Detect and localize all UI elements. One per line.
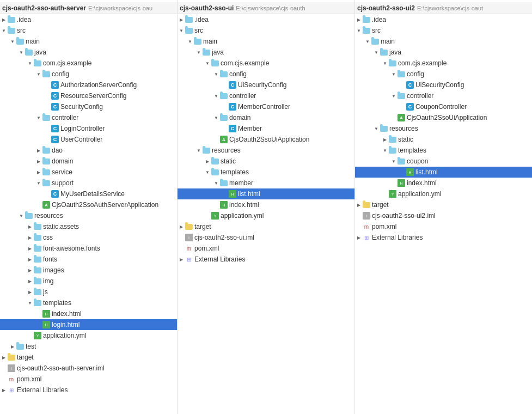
tree-node[interactable]: ▼controller <box>178 90 354 101</box>
tree-node[interactable]: ▼controller <box>355 90 532 101</box>
tree-node-arrow[interactable]: ▼ <box>35 72 42 77</box>
tree-node-arrow[interactable]: ▶ <box>178 257 185 262</box>
tree-node-arrow[interactable]: ▼ <box>390 159 398 164</box>
tree-node[interactable]: ▼config <box>0 69 177 80</box>
tree-node[interactable]: ▶css <box>0 232 177 243</box>
tree-node[interactable]: ▶test <box>0 341 177 352</box>
tree-node[interactable]: ▼main <box>178 36 354 47</box>
tree-node[interactable]: ▼resources <box>178 145 354 156</box>
tree-node-arrow[interactable]: ▼ <box>212 181 220 186</box>
tree-node-arrow[interactable]: ▼ <box>204 170 211 175</box>
tree-node[interactable]: CUserController <box>0 134 177 145</box>
tree-node[interactable]: CMember <box>178 123 354 134</box>
tree-node-arrow[interactable]: ▶ <box>204 159 211 164</box>
tree-node-arrow[interactable]: ▼ <box>26 61 34 66</box>
tree-node[interactable]: ▼support <box>0 178 177 188</box>
tree-node[interactable]: mpom.xml <box>0 374 177 385</box>
tree-node[interactable]: Icjs-oauth2-sso-auth-server.iml <box>0 363 177 374</box>
tree-node-arrow[interactable]: ▶ <box>26 224 34 229</box>
tree-node[interactable]: ACjsOauth2SsoAuthServerApplication <box>0 199 177 210</box>
tree-node[interactable]: ▶dao <box>0 145 177 156</box>
tree-node[interactable]: ▼config <box>178 69 354 80</box>
tree-node-arrow[interactable]: ▶ <box>0 355 8 360</box>
tree-node[interactable]: ▼src <box>0 25 177 36</box>
tree-node-arrow[interactable]: ▼ <box>390 72 398 77</box>
tree-node-arrow[interactable]: ▼ <box>186 39 194 44</box>
tree-node[interactable]: ▼templates <box>178 167 354 178</box>
tree-node[interactable]: CAuthorizationServerConfig <box>0 80 177 90</box>
tree-node[interactable]: ▶service <box>0 167 177 178</box>
tree-node-arrow[interactable]: ▶ <box>35 148 42 153</box>
tree-node[interactable]: ▶img <box>0 276 177 287</box>
tree-node[interactable]: ▼resources <box>355 123 532 134</box>
tree-node[interactable]: ▼config <box>355 69 532 80</box>
tree-node[interactable]: Hlist.html <box>178 188 354 199</box>
tree-node[interactable]: Hindex.html <box>355 178 532 188</box>
tree-node[interactable]: ▼domain <box>178 112 354 123</box>
tree-node[interactable]: ▶⊞External Libraries <box>178 254 354 265</box>
tree-node-arrow[interactable]: ▶ <box>26 279 34 284</box>
tree-node[interactable]: ▼controller <box>0 112 177 123</box>
tree-node[interactable]: ▼templates <box>355 145 532 156</box>
tree-node-arrow[interactable]: ▶ <box>26 235 34 240</box>
tree-node-arrow[interactable]: ▼ <box>17 214 25 218</box>
tree-node[interactable]: ▶domain <box>0 156 177 167</box>
tree-node[interactable]: Yapplication.yml <box>0 330 177 341</box>
tree-node[interactable]: ▼templates <box>0 297 177 308</box>
tree-node[interactable]: ▼main <box>355 36 532 47</box>
tree-node[interactable]: ▶.idea <box>178 14 354 25</box>
tree-node[interactable]: CSecurityConfig <box>0 101 177 112</box>
tree-node[interactable]: ▶.idea <box>0 14 177 25</box>
tree-node-arrow[interactable]: ▶ <box>0 388 8 393</box>
tree-node-arrow[interactable]: ▼ <box>195 50 203 55</box>
tree-node[interactable]: mpom.xml <box>178 243 354 254</box>
tree-node[interactable]: ▶font-awesome.fonts <box>0 243 177 254</box>
tree-node[interactable]: ▶static <box>178 156 354 167</box>
tree-node[interactable]: Icjs-oauth2-sso-ui2.iml <box>355 210 532 221</box>
tree-node-arrow[interactable]: ▼ <box>372 50 380 55</box>
tree-node-arrow[interactable]: ▼ <box>381 61 389 66</box>
tree-node-arrow[interactable]: ▼ <box>212 115 220 120</box>
tree-node-arrow[interactable]: ▼ <box>26 301 34 306</box>
tree-node-arrow[interactable]: ▶ <box>355 203 363 208</box>
tree-node[interactable]: ▶.idea <box>355 14 532 25</box>
tree-node[interactable]: ▶fonts <box>0 254 177 265</box>
tree-node[interactable]: Hindex.html <box>178 199 354 210</box>
tree-node[interactable]: Hlogin.html <box>0 319 177 330</box>
tree-node[interactable]: Yapplication.yml <box>355 188 532 199</box>
tree-node[interactable]: ▼java <box>355 47 532 58</box>
tree-node[interactable]: Yapplication.yml <box>178 210 354 221</box>
tree-node[interactable]: ▼main <box>0 36 177 47</box>
tree-node[interactable]: ▶target <box>178 221 354 232</box>
tree-node[interactable]: ACjsOauth2SsoUiApplication <box>355 112 532 123</box>
tree-node[interactable]: ▶images <box>0 265 177 276</box>
tree-node[interactable]: ▶target <box>355 199 532 210</box>
tree-node-arrow[interactable]: ▼ <box>355 28 363 33</box>
tree-node[interactable]: ▼java <box>178 47 354 58</box>
tree-node[interactable]: ▶static.assets <box>0 221 177 232</box>
tree-node[interactable]: ▼resources <box>0 210 177 221</box>
tree-node-arrow[interactable]: ▼ <box>35 115 42 120</box>
tree-node[interactable]: ▶⊞External Libraries <box>355 232 532 243</box>
tree-node[interactable]: ▼src <box>355 25 532 36</box>
tree-node-arrow[interactable]: ▼ <box>364 39 371 44</box>
tree-node[interactable]: ▼src <box>178 25 354 36</box>
tree-node[interactable]: CUiSecurityConfig <box>178 80 354 90</box>
tree-node[interactable]: ▶static <box>355 134 532 145</box>
tree-node[interactable]: CUiSecurityConfig <box>355 80 532 90</box>
tree-node-arrow[interactable]: ▼ <box>0 28 8 33</box>
tree-node[interactable]: Hlist.html <box>355 167 532 178</box>
tree-node-arrow[interactable]: ▶ <box>26 246 34 251</box>
tree-node-arrow[interactable]: ▶ <box>26 257 34 262</box>
tree-node[interactable]: CMemberController <box>178 101 354 112</box>
tree-node-arrow[interactable]: ▶ <box>178 224 185 229</box>
tree-node-arrow[interactable]: ▶ <box>35 170 42 175</box>
tree-node[interactable]: ▼java <box>0 47 177 58</box>
tree-node-arrow[interactable]: ▶ <box>381 137 389 142</box>
tree-node-arrow[interactable]: ▼ <box>35 181 42 186</box>
tree-node[interactable]: ▼com.cjs.example <box>178 58 354 69</box>
tree-node[interactable]: CLoginController <box>0 123 177 134</box>
tree-node[interactable]: CCouponController <box>355 101 532 112</box>
tree-node-arrow[interactable]: ▶ <box>355 17 363 22</box>
tree-node[interactable]: ▼member <box>178 178 354 188</box>
